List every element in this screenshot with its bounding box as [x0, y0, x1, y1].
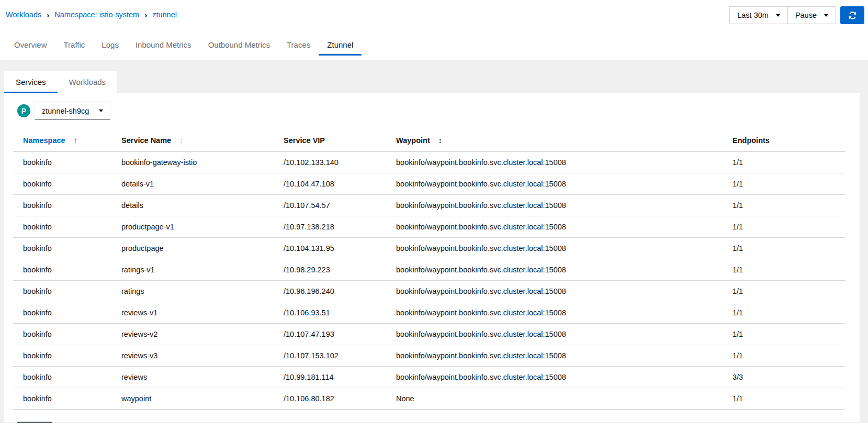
column-label: Waypoint — [396, 136, 430, 145]
table-cell-waypoint: bookinfo/waypoint.bookinfo.svc.cluster.l… — [386, 152, 723, 173]
table-cell-waypoint: bookinfo/waypoint.bookinfo.svc.cluster.l… — [386, 195, 723, 216]
header: Workloads › Namespace: istio-system › zt… — [0, 0, 868, 24]
breadcrumb-link-namespace[interactable]: Namespace: istio-system — [54, 10, 139, 19]
table-row: bookinforeviews/10.99.181.114bookinfo/wa… — [13, 367, 845, 388]
table-cell-waypoint: bookinfo/waypoint.bookinfo.svc.cluster.l… — [386, 216, 723, 238]
table-cell-service-name: reviews-v3 — [111, 345, 274, 367]
table-cell-waypoint: bookinfo/waypoint.bookinfo.svc.cluster.l… — [386, 302, 723, 324]
table-cell-namespace: bookinfo — [13, 152, 111, 173]
table-cell-service-vip: /10.106.80.182 — [274, 388, 386, 410]
services-table: Namespace↑ Service Name↕ Service VIP Way… — [13, 130, 845, 410]
table-cell-service-name: details-v1 — [111, 173, 274, 195]
sync-icon — [848, 11, 857, 20]
breadcrumb-link-workloads[interactable]: Workloads — [6, 10, 41, 19]
chevron-right-icon: › — [144, 11, 147, 19]
tab-outbound-metrics[interactable]: Outbound Metrics — [200, 36, 278, 56]
table-cell-endpoints: 1/1 — [723, 238, 845, 259]
table-cell-namespace: bookinfo — [13, 195, 111, 216]
tab-inbound-metrics[interactable]: Inbound Metrics — [127, 36, 200, 56]
content-area: Services Workloads P ztunnel-sh9cg Names… — [0, 60, 868, 423]
table-cell-service-name: ratings-v1 — [111, 259, 274, 281]
table-cell-endpoints: 1/1 — [723, 195, 845, 216]
table-cell-namespace: bookinfo — [13, 367, 111, 388]
tab-ztunnel[interactable]: Ztunnel — [319, 36, 362, 56]
column-header-service-name[interactable]: Service Name↕ — [111, 130, 274, 152]
column-header-endpoints: Endpoints — [723, 130, 845, 152]
table-cell-waypoint: bookinfo/waypoint.bookinfo.svc.cluster.l… — [386, 259, 723, 281]
table-cell-service-vip: /10.104.131.95 — [274, 238, 386, 259]
refresh-interval-value: Pause — [795, 11, 817, 19]
table-row: bookinforeviews-v3/10.107.153.102bookinf… — [13, 345, 845, 367]
column-label: Service Name — [121, 136, 171, 145]
table-cell-namespace: bookinfo — [13, 281, 111, 302]
tab-logs[interactable]: Logs — [93, 36, 127, 56]
sort-ascending-icon: ↑ — [74, 136, 77, 145]
table-cell-service-name: productpage — [111, 238, 274, 259]
ztunnel-subtabs: Services Workloads — [4, 71, 117, 93]
table-cell-endpoints: 1/1 — [723, 216, 845, 238]
sortable-icon: ↕ — [179, 136, 183, 145]
table-header: Namespace↑ Service Name↕ Service VIP Way… — [13, 130, 845, 152]
tab-traffic[interactable]: Traffic — [55, 36, 94, 56]
duration-value: Last 30m — [737, 11, 769, 19]
horizontal-scrollbar-thumb[interactable] — [17, 422, 52, 423]
column-label: Namespace — [23, 136, 65, 145]
table-cell-endpoints: 3/3 — [723, 367, 845, 388]
table-row: bookinforatings-v1/10.98.29.223bookinfo/… — [13, 259, 845, 281]
duration-dropdown[interactable]: Last 30m — [729, 6, 788, 24]
table-cell-service-vip: /10.104.47.108 — [274, 173, 386, 195]
column-header-service-vip: Service VIP — [274, 130, 386, 152]
table-row: bookinforeviews-v2/10.107.47.193bookinfo… — [13, 324, 845, 345]
table-cell-endpoints: 1/1 — [723, 259, 845, 281]
chevron-down-icon — [99, 109, 103, 112]
table-row: bookinforatings/10.96.196.240bookinfo/wa… — [13, 281, 845, 302]
table-cell-waypoint: bookinfo/waypoint.bookinfo.svc.cluster.l… — [386, 367, 723, 388]
pod-badge: P — [17, 104, 30, 117]
table-row: bookinfoproductpage/10.104.131.95bookinf… — [13, 238, 845, 259]
time-controls: Last 30m Pause — [729, 6, 864, 24]
table-row: bookinfowaypoint/10.106.80.182None1/1 — [13, 388, 845, 410]
pod-selector-dropdown[interactable]: ztunnel-sh9cg — [35, 102, 110, 120]
table-cell-waypoint: bookinfo/waypoint.bookinfo.svc.cluster.l… — [386, 238, 723, 259]
subtab-services[interactable]: Services — [4, 71, 58, 93]
breadcrumb: Workloads › Namespace: istio-system › zt… — [0, 0, 177, 19]
table-cell-namespace: bookinfo — [13, 388, 111, 410]
table-cell-service-vip: /10.102.133.140 — [274, 152, 386, 173]
table-cell-namespace: bookinfo — [13, 345, 111, 367]
table-cell-endpoints: 1/1 — [723, 388, 845, 410]
table-cell-waypoint: bookinfo/waypoint.bookinfo.svc.cluster.l… — [386, 345, 723, 367]
time-select-group: Last 30m Pause — [729, 6, 836, 24]
table-cell-waypoint: bookinfo/waypoint.bookinfo.svc.cluster.l… — [386, 173, 723, 195]
table-cell-namespace: bookinfo — [13, 302, 111, 324]
table-cell-endpoints: 1/1 — [723, 152, 845, 173]
table-cell-endpoints: 1/1 — [723, 302, 845, 324]
table-cell-namespace: bookinfo — [13, 238, 111, 259]
chevron-down-icon — [776, 14, 780, 17]
table-cell-namespace: bookinfo — [13, 324, 111, 345]
table-row: bookinfodetails/10.107.54.57bookinfo/way… — [13, 195, 845, 216]
column-label: Endpoints — [732, 136, 770, 145]
ztunnel-panel: P ztunnel-sh9cg Namespace↑ Service Name↕ — [4, 93, 860, 422]
tab-overview[interactable]: Overview — [6, 36, 55, 56]
tab-traces[interactable]: Traces — [278, 36, 319, 56]
chevron-right-icon: › — [47, 11, 49, 19]
table-cell-service-vip: /10.98.29.223 — [274, 259, 386, 281]
table-cell-service-vip: /10.107.47.193 — [274, 324, 386, 345]
pod-selector-value: ztunnel-sh9cg — [42, 107, 89, 115]
refresh-button[interactable] — [840, 6, 864, 24]
column-header-waypoint[interactable]: Waypoint↕ — [386, 130, 723, 152]
subtab-workloads[interactable]: Workloads — [58, 71, 118, 93]
table-cell-endpoints: 1/1 — [723, 173, 845, 195]
breadcrumb-link-ztunnel[interactable]: ztunnel — [152, 10, 177, 19]
column-label: Service VIP — [284, 136, 325, 145]
table-cell-service-vip: /10.96.196.240 — [274, 281, 386, 302]
column-header-namespace[interactable]: Namespace↑ — [13, 130, 111, 152]
refresh-interval-dropdown[interactable]: Pause — [787, 6, 836, 24]
table-cell-waypoint: None — [386, 388, 723, 410]
table-cell-waypoint: bookinfo/waypoint.bookinfo.svc.cluster.l… — [386, 324, 723, 345]
table-cell-service-name: reviews-v2 — [111, 324, 274, 345]
table-cell-namespace: bookinfo — [13, 259, 111, 281]
table-cell-endpoints: 1/1 — [723, 324, 845, 345]
pod-toolbar: P ztunnel-sh9cg — [13, 102, 849, 120]
table-cell-service-name: bookinfo-gateway-istio — [111, 152, 274, 173]
